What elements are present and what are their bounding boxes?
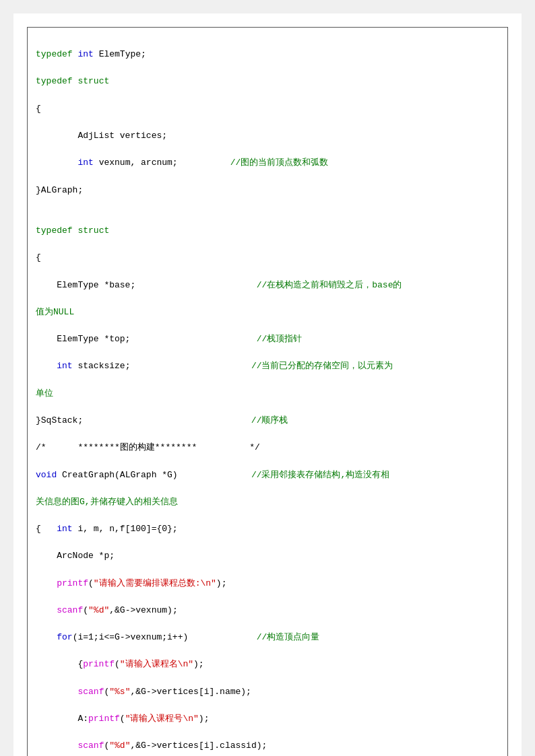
code-block: typedef int ElemType; typedef struct { A… [27,27,508,756]
page: typedef int ElemType; typedef struct { A… [13,13,522,756]
